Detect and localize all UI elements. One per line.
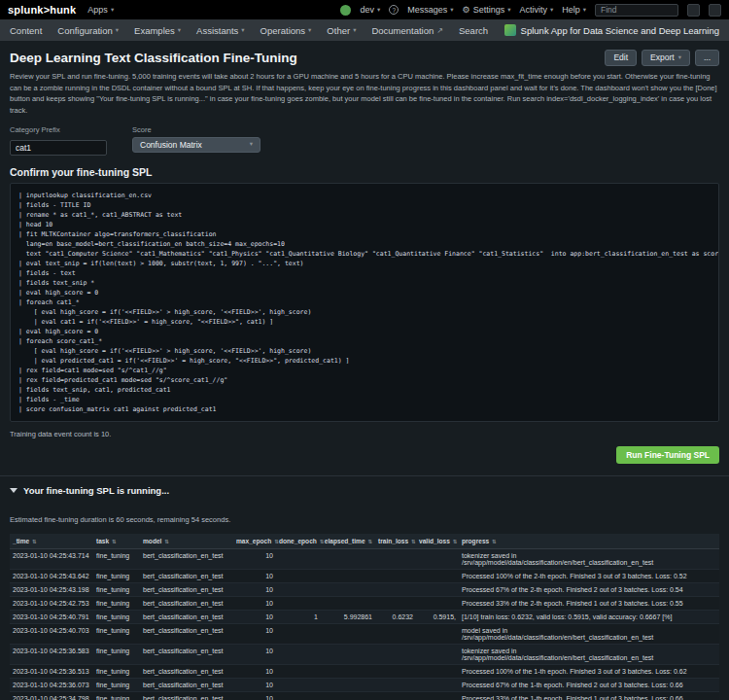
cell-train_loss	[375, 569, 416, 582]
table-row: 2023-01-10 04:25:34.798fine_tuningbert_c…	[10, 691, 719, 700]
chevron-down-icon: ▾	[550, 7, 553, 14]
app-identity: Splunk App for Data Science and Deep Lea…	[504, 24, 719, 36]
app-navbar: Content Configuration ▾ Examples ▾ Assis…	[0, 19, 729, 41]
help-menu-label: Help	[562, 5, 580, 15]
cell-train_loss	[375, 623, 416, 644]
chevron-down-icon: ▾	[583, 7, 586, 14]
cell-max_epoch: 10	[233, 623, 276, 644]
cell-task: fine_tuning	[93, 691, 140, 700]
table-row: 2023-01-10 04:25:36.073fine_tuningbert_c…	[10, 678, 719, 691]
sort-icon: ⇅	[492, 539, 497, 544]
nav-item-examples[interactable]: Examples ▾	[126, 19, 189, 41]
cell-task: fine_tuning	[93, 596, 140, 610]
cell-max_epoch: 10	[233, 610, 276, 623]
chevron-down-icon: ▾	[678, 54, 681, 61]
column-header-model[interactable]: model ⇅	[140, 534, 233, 549]
column-header-task[interactable]: task ⇅	[93, 534, 140, 549]
column-header-time[interactable]: _time ⇅	[10, 534, 93, 549]
question-circle-icon[interactable]: ?	[389, 5, 399, 15]
topbar-right: dev ▾ ? Messages ▾ ⚙ Settings ▾ Activity…	[340, 4, 721, 17]
nav-item-label: Content	[10, 25, 42, 36]
cell-done_epoch	[276, 548, 321, 569]
column-header-progress[interactable]: progress ⇅	[459, 534, 719, 549]
cell-time: 2023-01-10 04:25:36.513	[10, 664, 93, 678]
cell-train_loss	[375, 678, 416, 691]
column-header-valid-loss[interactable]: valid_loss ⇅	[416, 534, 459, 549]
sort-icon: ⇅	[112, 539, 117, 544]
cell-valid_loss	[416, 623, 459, 644]
external-link-icon: ↗	[436, 26, 443, 35]
activity-menu[interactable]: Activity ▾	[519, 5, 553, 15]
user-menu[interactable]: dev ▾	[360, 5, 380, 15]
cell-time: 2023-01-10 04:25:34.798	[10, 691, 93, 700]
nav-item-content[interactable]: Content	[10, 19, 50, 41]
app-title: Splunk App for Data Science and Deep Lea…	[521, 25, 719, 36]
nav-item-documentation[interactable]: Documentation ↗	[364, 19, 451, 41]
apps-menu[interactable]: Apps ▾	[87, 5, 114, 15]
results-table-header-row: _time ⇅task ⇅model ⇅max_epoch ⇅done_epoc…	[10, 534, 719, 549]
cell-progress: Processed 100% of the 1-th epoch. Finish…	[459, 664, 719, 678]
table-row: 2023-01-10 04:25:36.583fine_tuningbert_c…	[10, 644, 719, 664]
cell-valid_loss	[416, 664, 459, 678]
nav-item-operations[interactable]: Operations ▾	[253, 19, 320, 41]
cell-progress: tokenizer saved in /srv/app/model/data/c…	[459, 548, 719, 569]
category-prefix-input[interactable]	[10, 140, 107, 156]
cell-max_epoch: 10	[233, 644, 276, 664]
find-input[interactable]	[595, 4, 678, 17]
score-select[interactable]: Confusion Matrix ▾	[132, 137, 260, 153]
messages-menu[interactable]: Messages ▾	[407, 5, 453, 15]
cell-model: bert_classification_en_test	[140, 596, 233, 610]
help-menu[interactable]: Help ▾	[562, 5, 586, 15]
export-button[interactable]: Export ▾	[642, 50, 690, 66]
topbar-icon-button-2[interactable]	[709, 4, 721, 17]
nav-item-label: Examples	[134, 25, 175, 36]
cell-task: fine_tuning	[93, 644, 140, 664]
user-menu-label: dev	[360, 5, 374, 15]
cell-task: fine_tuning	[93, 610, 140, 623]
sort-icon: ⇅	[453, 539, 458, 544]
cell-progress: Processed 67% of the 1-th epoch. Finishe…	[459, 678, 719, 691]
cell-max_epoch: 10	[233, 664, 276, 678]
chevron-down-icon: ▾	[241, 27, 244, 34]
duration-text: Estimated fine-tuning duration is 60 sec…	[10, 515, 719, 524]
spl-code[interactable]: | inputlookup classification_en.csv | fi…	[10, 183, 719, 422]
column-header-elapsed-time[interactable]: elapsed_time ⇅	[321, 534, 375, 549]
cell-model: bert_classification_en_test	[140, 678, 233, 691]
cell-model: bert_classification_en_test	[140, 623, 233, 644]
splunk-logo: splunk>hunk	[8, 4, 76, 16]
cell-elapsed_time	[321, 691, 375, 700]
chevron-down-icon: ▾	[178, 27, 181, 34]
edit-button[interactable]: Edit	[605, 50, 637, 66]
settings-menu[interactable]: ⚙ Settings ▾	[463, 5, 511, 15]
nav-item-search[interactable]: Search	[451, 19, 496, 41]
more-actions-button[interactable]: ...	[695, 50, 719, 66]
user-avatar[interactable]	[340, 5, 351, 16]
cell-valid_loss	[416, 678, 459, 691]
cell-elapsed_time	[321, 582, 375, 596]
column-header-max-epoch[interactable]: max_epoch ⇅	[233, 534, 276, 549]
cell-train_loss	[375, 691, 416, 700]
cell-task: fine_tuning	[93, 548, 140, 569]
cell-max_epoch: 10	[233, 569, 276, 582]
cell-train_loss	[375, 644, 416, 664]
nav-item-assistants[interactable]: Assistants ▾	[189, 19, 253, 41]
nav-item-configuration[interactable]: Configuration ▾	[50, 19, 126, 41]
run-fine-tuning-button[interactable]: Run Fine-Tuning SPL	[616, 446, 719, 464]
cell-done_epoch	[276, 644, 321, 664]
cell-time: 2023-01-10 04:25:40.791	[10, 610, 93, 623]
cell-time: 2023-01-10 04:25:43.198	[10, 582, 93, 596]
chevron-down-icon: ▾	[507, 7, 510, 14]
collapse-icon[interactable]	[10, 488, 17, 493]
status-bar: Your fine-tuning SPL is running...	[0, 475, 729, 496]
nav-item-other[interactable]: Other ▾	[319, 19, 364, 41]
spl-panel-title: Confirm your fine-tuning SPL	[10, 166, 719, 178]
column-header-train-loss[interactable]: train_loss ⇅	[375, 534, 416, 549]
cell-time: 2023-01-10 04:25:43.642	[10, 569, 93, 582]
sort-icon: ⇅	[411, 539, 416, 544]
cell-time: 2023-01-10 04:25:36.583	[10, 644, 93, 664]
column-header-done-epoch[interactable]: done_epoch ⇅	[276, 534, 321, 549]
topbar-icon-button-1[interactable]	[687, 4, 700, 17]
table-row: 2023-01-10 04:25:40.703fine_tuningbert_c…	[10, 623, 719, 644]
nav-item-label: Operations	[260, 25, 305, 36]
activity-menu-label: Activity	[519, 5, 547, 15]
